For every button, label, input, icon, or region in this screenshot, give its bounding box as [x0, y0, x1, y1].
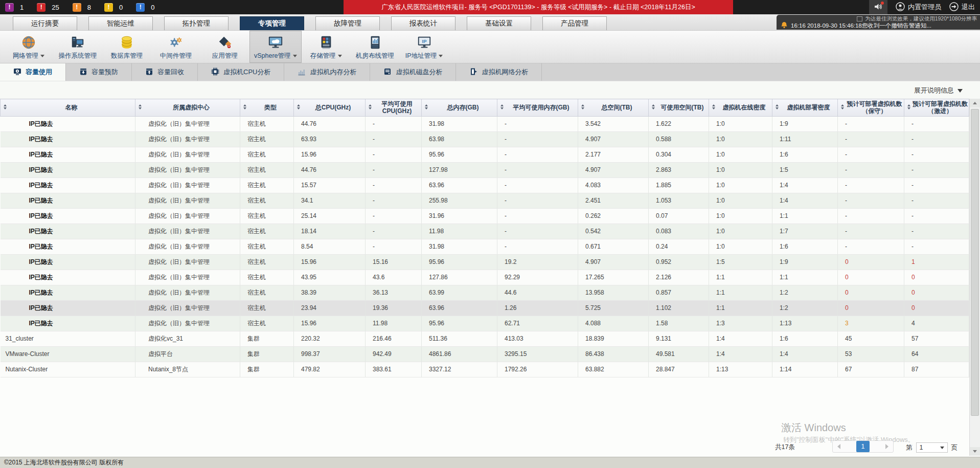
sound-notification-button[interactable] [869, 0, 887, 14]
column-header[interactable]: 名称 [1, 99, 135, 117]
current-user-menu[interactable]: 内置管理员 [896, 2, 941, 13]
aggressive-estimate-cell: 64 [904, 346, 969, 362]
previous-page-button[interactable] [837, 444, 840, 449]
purple-alert-item[interactable]: !1 [5, 3, 24, 12]
virtual-center-cell: 虚拟化（旧）集中管理 [135, 177, 240, 193]
table-row[interactable]: IP已隐去虚拟化（旧）集中管理宿主机44.76-127.98-4.9072.86… [1, 162, 969, 177]
table-row[interactable]: 31_cluster虚拟化vc_31集群220.32216.46511.3641… [1, 331, 969, 346]
sub-tab-7[interactable]: 虚拟机网络分析 [456, 63, 542, 81]
table-row[interactable]: IP已隐去虚拟化（旧）集中管理宿主机23.9419.3663.961.265.7… [1, 300, 969, 316]
column-header[interactable]: 平均可使用内存(GB) [497, 99, 578, 117]
table-row[interactable]: IP已隐去虚拟化（旧）集中管理宿主机43.9543.6127.8692.2917… [1, 270, 969, 285]
table-row[interactable]: IP已隐去虚拟化（旧）集中管理宿主机15.57-63.96-4.0831.885… [1, 177, 969, 193]
ribbon-item-label: 网络管理 [13, 52, 38, 60]
scroll-up-button[interactable] [970, 99, 980, 107]
main-tab-3[interactable]: 拓扑管理 [164, 16, 229, 30]
main-tab-7[interactable]: 基础设置 [467, 16, 531, 30]
scroll-down-button[interactable] [970, 447, 980, 456]
column-header[interactable]: 类型 [240, 99, 294, 117]
sub-tab-label: 容量预防 [92, 68, 118, 77]
sort-icon [581, 104, 584, 109]
sub-tab-2[interactable]: 容量预防 [66, 63, 132, 81]
value-cell: 63.96 [422, 177, 497, 193]
table-row[interactable]: IP已隐去虚拟化（旧）集中管理宿主机34.1-255.98-2.4511.053… [1, 193, 969, 208]
table-row[interactable]: IP已隐去虚拟化（旧）集中管理宿主机38.3936.1363.9944.613.… [1, 285, 969, 300]
expand-description-link[interactable]: 展开说明信息 [914, 86, 963, 95]
table-row[interactable]: IP已隐去虚拟化（旧）集中管理宿主机25.14-31.96-0.2620.071… [1, 208, 969, 224]
virtual-center-cell: 虚拟化（旧）集中管理 [135, 193, 240, 208]
column-header[interactable]: 总CPU(GHz) [294, 99, 366, 117]
table-row[interactable]: IP已隐去虚拟化（旧）集中管理宿主机18.14-11.98-0.5420.083… [1, 224, 969, 239]
blue-alert-item[interactable]: !0 [136, 3, 154, 12]
table-row[interactable]: IP已隐去虚拟化（旧）集中管理宿主机44.76-31.98-3.5421.622… [1, 116, 969, 131]
column-header[interactable]: 虚拟机在线密度 [709, 99, 772, 117]
orange-alert-item[interactable]: !8 [73, 3, 91, 12]
ribbon-item-7[interactable]: 存储管理 [302, 31, 351, 63]
page-select[interactable]: 1 [916, 442, 948, 453]
next-page-button[interactable] [885, 444, 888, 449]
column-header[interactable]: 总空间(TB) [578, 99, 649, 117]
conservative-estimate-cell: 53 [838, 346, 904, 362]
column-header-label: 名称 [65, 104, 78, 111]
column-header[interactable]: 所属虚拟中心 [135, 99, 240, 117]
copyright-footer: ©2015 上海北塔软件股份有限公司 版权所有 [0, 457, 980, 468]
os-icon [70, 34, 85, 51]
ribbon-item-1[interactable]: 网络管理 [4, 31, 53, 63]
table-row[interactable]: IP已隐去虚拟化（旧）集中管理宿主机15.9615.1695.9619.24.9… [1, 254, 969, 270]
value-cell: 63.99 [422, 285, 497, 300]
main-tab-4[interactable]: 专项管理 [240, 16, 304, 30]
table-row[interactable]: IP已隐去虚拟化（旧）集中管理宿主机15.9611.9895.9662.714.… [1, 316, 969, 331]
main-tab-6[interactable]: 报表统计 [391, 16, 455, 30]
ribbon-item-2[interactable]: 操作系统管理 [53, 31, 102, 63]
ribbon-item-8[interactable]: 机房布线管理 [351, 31, 400, 63]
yellow-alert-item[interactable]: !0 [104, 3, 123, 12]
ribbon-item-5[interactable]: 应用管理 [200, 31, 249, 63]
alarm-toast-message[interactable]: 16:16 2018-09-30 15:46:18您收到一个撤销告警通知... [777, 22, 980, 30]
ribbon-item-3[interactable]: 数据库管理 [102, 31, 151, 63]
column-header[interactable]: 可使用空间(TB) [649, 99, 709, 117]
column-header[interactable]: 虚拟机部署密度 [772, 99, 838, 117]
table-row[interactable]: IP已隐去虚拟化（旧）集中管理宿主机15.96-95.96-2.1770.304… [1, 147, 969, 162]
virtual-center-cell: 虚拟化（旧）集中管理 [135, 285, 240, 300]
main-tab-5[interactable]: 故障管理 [315, 16, 380, 30]
column-header[interactable]: 预计可部署虚拟机数（保守） [838, 99, 904, 117]
column-header[interactable]: 平均可使用CPU(GHz) [366, 99, 422, 117]
sub-tab-1[interactable]: 容量使用 [0, 63, 66, 81]
value-cell: 2.126 [649, 270, 709, 285]
table-row[interactable]: IP已隐去虚拟化（旧）集中管理宿主机63.93-63.98-4.9070.588… [1, 131, 969, 147]
ribbon-item-4[interactable]: 中间件管理 [151, 31, 200, 63]
table-row[interactable]: IP已隐去虚拟化（旧）集中管理宿主机8.54-31.98-0.6710.241:… [1, 239, 969, 254]
current-page-button[interactable]: 1 [856, 441, 870, 452]
value-cell: 44.6 [497, 285, 578, 300]
scrollbar-thumb[interactable] [971, 109, 979, 416]
main-tab-1[interactable]: 运行摘要 [13, 16, 77, 30]
value-cell: 2.177 [578, 147, 649, 162]
vsphere-icon [267, 34, 284, 51]
aggressive-estimate-cell: - [904, 239, 969, 254]
table-row[interactable]: Nutanix-ClusterNutanix_8节点集群479.82383.61… [1, 362, 969, 377]
purple-alert-icon: ! [5, 3, 14, 12]
value-cell: 95.96 [422, 316, 497, 331]
logout-button[interactable]: 退出 [949, 2, 975, 13]
sub-tab-3[interactable]: 容量回收 [132, 63, 198, 81]
main-tab-8[interactable]: 产品管理 [542, 16, 607, 30]
sub-tab-5[interactable]: 虚拟机内存分析 [284, 63, 370, 81]
red-alert-item[interactable]: !25 [37, 3, 59, 12]
vertical-scrollbar[interactable] [969, 99, 980, 456]
main-tab-2[interactable]: 智能运维 [88, 16, 153, 30]
value-cell: - [366, 162, 422, 177]
table-row[interactable]: VMware-Cluster虚拟平台集群998.37942.494861.863… [1, 346, 969, 362]
column-header[interactable]: 预计可部署虚拟机数（激进） [904, 99, 969, 117]
value-cell: 1:4 [772, 193, 838, 208]
column-header[interactable]: 总内存(GB) [422, 99, 497, 117]
virtual-center-cell: 虚拟化（旧）集中管理 [135, 208, 240, 224]
value-cell: - [366, 193, 422, 208]
ribbon-item-6[interactable]: vSphere管理 [249, 31, 302, 63]
capacity-prevent-icon [79, 68, 87, 77]
value-cell: 3327.12 [422, 362, 497, 377]
conservative-estimate-cell: - [838, 239, 904, 254]
sub-tab-4[interactable]: 虚拟机CPU分析 [198, 63, 284, 81]
vm-name-cell: IP已隐去 [1, 300, 135, 316]
sub-tab-6[interactable]: 虚拟机磁盘分析 [370, 63, 456, 81]
ribbon-item-9[interactable]: IPIP地址管理 [400, 31, 449, 63]
